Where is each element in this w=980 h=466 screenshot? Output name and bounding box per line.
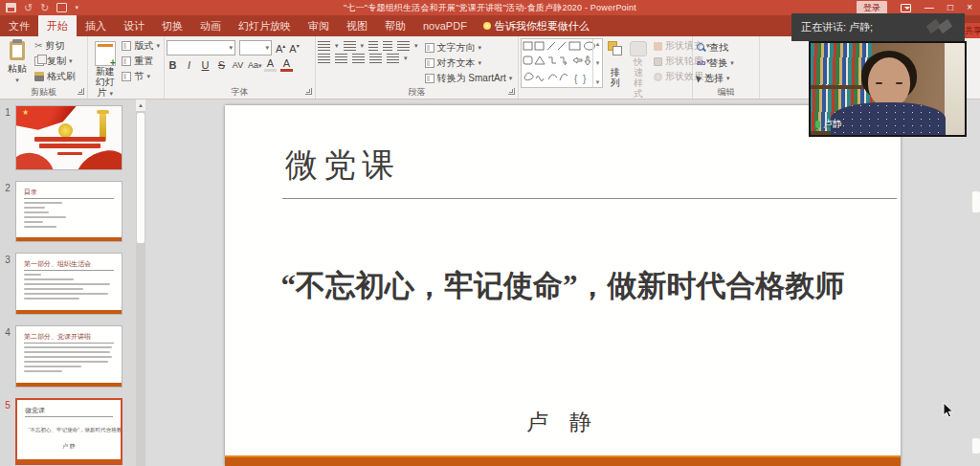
editor-scrollbar-thumb[interactable] (972, 191, 980, 212)
section-icon (122, 72, 131, 81)
align-left-icon[interactable] (318, 54, 330, 63)
tab-slideshow[interactable]: 幻灯片放映 (230, 15, 300, 36)
meeting-logo-watermark-icon (926, 19, 955, 34)
minimize-button[interactable]: — (924, 1, 934, 14)
quick-styles-icon (630, 41, 647, 56)
gallery-more-icon[interactable]: ▼ (595, 79, 601, 85)
columns-icon[interactable] (387, 54, 399, 63)
increase-indent-icon[interactable] (383, 41, 392, 51)
share-button-fragment[interactable]: 共享 (965, 23, 980, 38)
tab-novapdf[interactable]: novaPDF (414, 15, 476, 36)
layout-button[interactable]: 版式▾ (120, 38, 162, 54)
section-button[interactable]: 节▾ (120, 69, 162, 84)
close-button[interactable]: × (967, 1, 972, 14)
redo-icon[interactable]: ↻ (40, 3, 49, 12)
scrollbar-thumb[interactable] (137, 113, 145, 243)
justify-icon[interactable] (369, 54, 382, 63)
scroll-up-icon[interactable]: ▲ (136, 100, 145, 111)
slide-number: 2 (0, 181, 15, 242)
tab-view[interactable]: 视图 (338, 15, 376, 36)
tab-file[interactable]: 文件 (0, 15, 38, 36)
maximize-button[interactable]: □ (947, 1, 953, 14)
gallery-down-icon[interactable]: ▼ (595, 60, 601, 66)
select-icon (696, 74, 702, 82)
select-button[interactable]: 选择▾ (695, 71, 757, 86)
tab-transitions[interactable]: 切换 (153, 15, 191, 36)
tab-design[interactable]: 设计 (115, 15, 153, 36)
format-painter-icon (34, 72, 44, 81)
mouse-cursor (943, 402, 954, 423)
font-size-combobox[interactable]: ▾ (239, 40, 272, 55)
slide-title[interactable]: 微党课 (285, 144, 400, 188)
slide-2-thumbnail[interactable]: 目录 (15, 181, 122, 242)
slide-author-text[interactable]: 卢 静 (225, 408, 901, 437)
gallery-up-icon[interactable]: ▲ (595, 41, 601, 47)
convert-smartart-button[interactable]: 转换为 SmartArt▾ (423, 71, 515, 86)
tell-me-box[interactable]: 告诉我你想要做什么 (476, 15, 597, 36)
group-label-font: 字体 (167, 86, 313, 99)
paste-button[interactable]: 粘贴 ▾ (2, 38, 33, 86)
quick-styles-button[interactable]: 快速样式 ▾ (628, 38, 649, 108)
slide-3-thumbnail[interactable]: 第一部分、组织生活会 (15, 253, 122, 315)
change-case-button[interactable]: Aa▾ (248, 60, 260, 70)
find-button[interactable]: 查找 (695, 40, 757, 55)
slide-thumbnail-panel: 1 ★ 2 (0, 100, 145, 466)
slide-1-thumbnail[interactable]: ★ (15, 105, 122, 170)
slide-canvas[interactable]: 微党课 “不忘初心，牢记使命”，做新时代合格教师 卢 静 (225, 105, 901, 466)
italic-button[interactable]: I (183, 59, 195, 71)
dialog-launcher-icon[interactable] (305, 88, 312, 95)
thumbnail-scrollbar[interactable]: ▲ (136, 100, 145, 466)
font-name-combobox[interactable]: ▾ (167, 40, 235, 55)
underline-button[interactable]: U (199, 59, 212, 71)
align-center-icon[interactable] (335, 54, 347, 63)
svg-text:{: { (574, 74, 578, 84)
character-spacing-button[interactable]: AV (232, 60, 244, 70)
shape-glyphs: { } (522, 39, 602, 87)
tab-help[interactable]: 帮助 (376, 15, 414, 36)
dialog-launcher-icon[interactable] (508, 88, 515, 95)
save-icon[interactable] (6, 3, 16, 12)
reset-button[interactable]: 重置 (120, 54, 162, 69)
shapes-gallery[interactable]: { } ▲ ▼ ▼ (521, 38, 603, 88)
speaking-status-text: 正在讲话: 卢静; (801, 20, 873, 34)
gallery-scrollbar[interactable]: ▲ ▼ ▼ (592, 39, 602, 87)
align-right-icon[interactable] (352, 54, 365, 63)
shrink-font-icon[interactable]: A▾ (289, 42, 299, 55)
group-font: ▾ ▾ A▴ A▾ B I U S AV Aa▾ A A 字体 (165, 36, 316, 99)
tab-home[interactable]: 开始 (38, 15, 77, 36)
slide-5-thumbnail-selected[interactable]: 微党课 “不忘初心、牢记使命”，做新时代合格教师 卢 静 (15, 398, 122, 465)
text-shadow-button[interactable]: A (264, 57, 277, 72)
title-underline (282, 198, 897, 199)
ribbon-display-options-icon[interactable] (901, 4, 911, 12)
start-slideshow-icon[interactable] (56, 3, 67, 12)
tab-animations[interactable]: 动画 (191, 15, 230, 36)
font-color-button[interactable]: A (280, 57, 293, 72)
slide-4-thumbnail[interactable]: 第二部分、党课开讲啦 (15, 325, 122, 388)
customize-qat-icon[interactable]: ▾ (75, 4, 78, 11)
grow-font-icon[interactable]: A▴ (276, 42, 285, 55)
undo-icon[interactable]: ↺ (24, 3, 33, 12)
align-text-button[interactable]: 对齐文本▾ (423, 55, 515, 71)
editor-scrollbar-button[interactable] (972, 438, 980, 454)
thumb-title: 第二部分、党课开讲啦 (24, 333, 114, 341)
bullets-icon[interactable] (318, 41, 330, 51)
thumbnail-row: 3 第一部分、组织生活会 (0, 253, 145, 315)
bold-button[interactable]: B (167, 59, 179, 71)
numbering-icon[interactable] (344, 41, 356, 51)
slide-body-text[interactable]: “不忘初心，牢记使命”，做新时代合格教师 (225, 266, 901, 306)
group-editing: 查找 ab 替换▾ 选择▾ 编辑 (693, 36, 760, 99)
decrease-indent-icon[interactable] (368, 41, 378, 51)
tab-review[interactable]: 审阅 (300, 15, 338, 36)
tab-insert[interactable]: 插入 (77, 15, 115, 36)
line-spacing-icon[interactable] (397, 41, 410, 51)
dialog-launcher-icon[interactable] (78, 88, 84, 95)
strikethrough-button[interactable]: S (215, 59, 228, 71)
cut-button[interactable]: ✂ 剪切 (33, 38, 78, 54)
copy-button[interactable]: 复制▾ (33, 54, 78, 69)
arrange-button[interactable]: 排列 ▾ (606, 38, 625, 108)
format-painter-button[interactable]: 格式刷 (33, 69, 78, 84)
new-slide-button[interactable]: 新建 幻灯片 ▾ (90, 38, 120, 100)
webcam-video-tile[interactable]: 卢静 (809, 41, 967, 137)
text-direction-button[interactable]: 文字方向▾ (423, 40, 515, 55)
replace-button[interactable]: ab 替换▾ (695, 55, 757, 71)
